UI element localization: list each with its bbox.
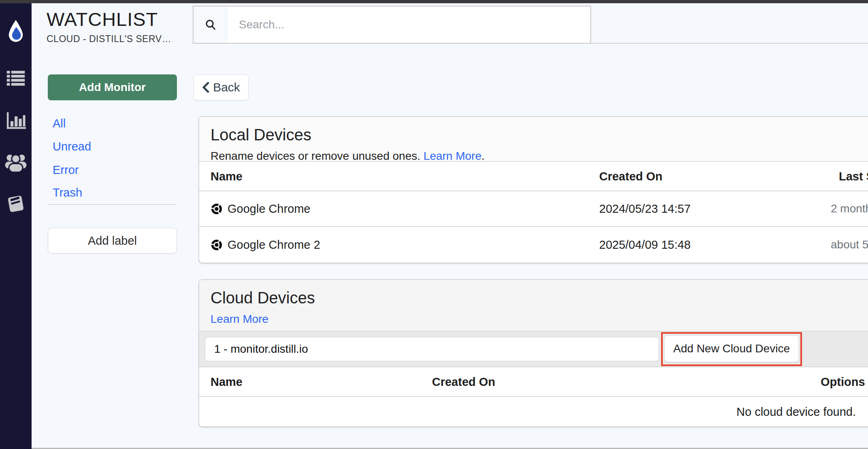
- learn-more-link-local[interactable]: Learn More: [423, 150, 481, 162]
- local-table-header-row: Name Created On Last Seen: [199, 162, 868, 191]
- device-name: Google Chrome 2: [228, 238, 320, 252]
- device-created-on: 2024/05/23 14:57: [599, 202, 691, 216]
- chrome-icon: [211, 203, 223, 215]
- reports-chart-icon[interactable]: [0, 111, 32, 130]
- app-title: WATCHLIST: [47, 8, 171, 30]
- cloud-server-select[interactable]: 1 - monitor.distill.io: [205, 337, 659, 361]
- column-last-seen: Last Seen: [839, 169, 868, 183]
- device-last-seen: 2 months ago: [831, 202, 868, 215]
- search-icon: [194, 6, 228, 43]
- chevron-left-icon: [202, 82, 209, 93]
- back-button-label: Back: [213, 80, 240, 94]
- local-devices-subtitle-text: Rename devices or remove unused ones.: [211, 150, 423, 162]
- column-options: Options: [821, 375, 865, 388]
- header-bar: [591, 5, 868, 44]
- team-users-icon[interactable]: [0, 152, 32, 172]
- cloud-devices-title: Cloud Devices: [211, 280, 868, 307]
- cloud-devices-card: Cloud Devices Learn More 1 - monitor.dis…: [198, 279, 868, 427]
- local-devices-subtitle-suffix: .: [481, 150, 485, 162]
- column-created-on: Created On: [432, 375, 495, 388]
- cloud-devices-toolbar: 1 - monitor.distill.io Add New Cloud Dev…: [199, 332, 868, 367]
- add-monitor-button[interactable]: Add Monitor: [48, 74, 177, 100]
- device-last-seen: about 5 hours ago: [831, 238, 868, 251]
- device-name: Google Chrome: [228, 202, 311, 216]
- sidebar-item-unread[interactable]: Unread: [53, 140, 91, 153]
- column-created-on: Created On: [599, 169, 662, 183]
- monitors-list-icon[interactable]: [0, 70, 32, 87]
- cloud-table-header-row: Name Created On Options: [199, 367, 868, 397]
- distill-logo-icon[interactable]: [0, 19, 32, 43]
- chrome-icon: [211, 239, 223, 251]
- cloud-devices-table: Name Created On Options No cloud device …: [199, 367, 868, 426]
- add-cloud-device-button[interactable]: Add New Cloud Device: [664, 335, 799, 362]
- sidebar-item-trash[interactable]: Trash: [53, 186, 82, 199]
- sidebar-item-error[interactable]: Error: [53, 163, 79, 177]
- search-box[interactable]: [193, 6, 591, 44]
- column-name: Name: [211, 169, 243, 183]
- empty-state-message: No cloud device found.: [736, 405, 856, 418]
- sidebar: [0, 3, 32, 449]
- search-input[interactable]: [228, 6, 590, 43]
- learn-more-link-cloud[interactable]: Learn More: [211, 313, 268, 326]
- documentation-book-icon[interactable]: [0, 193, 32, 214]
- column-name: Name: [211, 375, 243, 388]
- device-row: Google Chrome 2024/05/23 14:57 2 months …: [199, 191, 868, 227]
- sidebar-item-all[interactable]: All: [53, 117, 66, 130]
- local-devices-title: Local Devices: [211, 117, 868, 144]
- device-created-on: 2025/04/09 15:48: [599, 238, 691, 252]
- window-top-edge: [0, 0, 868, 3]
- add-label-button[interactable]: Add label: [48, 228, 177, 254]
- local-devices-subtitle: Rename devices or remove unused ones. Le…: [211, 150, 868, 163]
- local-devices-card: Local Devices Rename devices or remove u…: [198, 116, 868, 263]
- cloud-devices-header: Cloud Devices Learn More: [199, 280, 868, 332]
- app-subtitle: CLOUD - DISTILL'S SERV…: [47, 34, 171, 44]
- highlight-box: Add New Cloud Device: [661, 332, 802, 366]
- brand-block: WATCHLIST CLOUD - DISTILL'S SERV…: [47, 8, 171, 44]
- local-devices-header: Local Devices Rename devices or remove u…: [199, 117, 868, 162]
- device-row: Google Chrome 2 2025/04/09 15:48 about 5…: [199, 227, 868, 263]
- local-devices-table: Name Created On Last Seen Google Chrome …: [199, 162, 868, 263]
- labels-divider: [48, 204, 177, 205]
- cloud-empty-row: No cloud device found.: [199, 397, 868, 426]
- back-button[interactable]: Back: [194, 74, 249, 100]
